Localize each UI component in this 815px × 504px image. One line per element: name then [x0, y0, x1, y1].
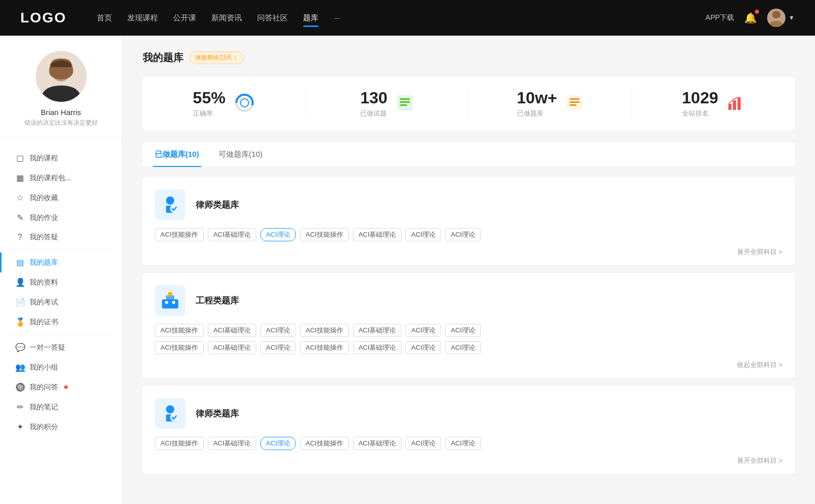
tabs-row: 已做题库(10) 可做题库(10)	[143, 143, 795, 167]
app-download-btn[interactable]: APP下载	[705, 13, 734, 22]
nav-discover[interactable]: 发现课程	[127, 11, 158, 25]
tag-2-0[interactable]: ACI技能操作	[155, 437, 204, 450]
qbank-card-1: 工程类题库 ACI技能操作 ACI基础理论 ACI理论 ACI技能操作 ACI基…	[143, 273, 795, 378]
tag-1-2[interactable]: ACI理论	[260, 324, 296, 337]
nav-home[interactable]: 首页	[97, 11, 112, 25]
nav-more[interactable]: ···	[334, 11, 340, 25]
svg-rect-11	[400, 101, 410, 103]
tag-1-3[interactable]: ACI技能操作	[300, 324, 349, 337]
tag-0-6[interactable]: ACI理论	[445, 228, 481, 241]
svg-rect-15	[569, 101, 580, 103]
sidebar-item-exam[interactable]: 📄 我的考试	[0, 292, 122, 312]
tag-0-2[interactable]: ACI理论	[260, 228, 296, 241]
divider-2	[10, 334, 112, 335]
sidebar-item-certificate[interactable]: 🏅 我的证书	[0, 312, 122, 332]
svg-rect-19	[738, 97, 741, 110]
notification-bell[interactable]: 🔔	[744, 12, 757, 24]
profile-icon: 👤	[15, 277, 24, 287]
accuracy-label: 正确率	[193, 109, 226, 118]
divider-1	[10, 249, 112, 250]
qbank-icon: ▤	[15, 258, 24, 267]
expand-link-1[interactable]: 收起全部科目 >	[155, 358, 782, 370]
tag-2-3[interactable]: ACI技能操作	[300, 437, 349, 450]
tag-2-5[interactable]: ACI理论	[405, 437, 441, 450]
chat-icon: 💬	[15, 343, 24, 352]
qbank-title-2: 律师类题库	[196, 408, 239, 419]
profile-avatar	[36, 51, 87, 102]
notification-badge	[755, 10, 759, 14]
nav-open-course[interactable]: 公开课	[173, 11, 196, 25]
sidebar-item-qbank[interactable]: ▤ 我的题库	[0, 253, 122, 272]
tags-row-1a: ACI技能操作 ACI基础理论 ACI理论 ACI技能操作 ACI基础理论 AC…	[155, 324, 782, 337]
tag-1-0[interactable]: ACI技能操作	[155, 324, 204, 337]
svg-rect-16	[569, 104, 577, 106]
user-avatar-area[interactable]: ▼	[767, 9, 795, 27]
sidebar-item-qa[interactable]: ? 我的答疑	[0, 228, 122, 247]
sidebar-item-course-package[interactable]: ▦ 我的课程包...	[0, 168, 122, 188]
qbank-title-0: 律师类题库	[196, 199, 239, 211]
tag-0-5[interactable]: ACI理论	[405, 228, 441, 241]
sidebar-item-notes[interactable]: ✏ 我的笔记	[0, 397, 122, 417]
qa-red-dot	[64, 385, 68, 389]
tag-1-1[interactable]: ACI基础理论	[208, 324, 257, 337]
sidebar-item-profile[interactable]: 👤 我的资料	[0, 272, 122, 292]
tag-0-0[interactable]: ACI技能操作	[155, 228, 204, 241]
sidebar-item-points[interactable]: ✦ 我的积分	[0, 417, 122, 437]
stat-done-banks: 10w+ 已做题库	[469, 89, 632, 118]
my-qa-icon: 🔘	[15, 382, 24, 392]
header: LOGO 首页 发现课程 公开课 新闻资讯 问答社区 题库 ··· APP下载 …	[0, 0, 815, 36]
svg-rect-12	[400, 104, 407, 106]
tag-1-6[interactable]: ACI理论	[445, 324, 481, 337]
svg-point-20	[166, 197, 174, 205]
sidebar: Brian Harris 错误的决定比没有决定要好 ▢ 我的课程 ▦ 我的课程包…	[0, 36, 122, 504]
svg-rect-18	[733, 100, 736, 110]
tag-1-4[interactable]: ACI基础理论	[353, 324, 402, 337]
sidebar-item-one-on-one[interactable]: 💬 一对一答疑	[0, 338, 122, 357]
done-q-value: 130	[360, 89, 387, 107]
svg-rect-14	[569, 98, 580, 100]
svg-point-8	[240, 99, 249, 107]
qbank-card-2: 律师类题库 ACI技能操作 ACI基础理论 ACI理论 ACI技能操作 ACI基…	[143, 386, 795, 473]
notes-icon: ✏	[15, 402, 24, 412]
qbank-icon-lawyer-0	[155, 189, 185, 220]
profile-section: Brian Harris 错误的决定比没有决定要好	[0, 51, 122, 138]
tag-1-5[interactable]: ACI理论	[405, 324, 441, 337]
tag-1-13[interactable]: ACI理论	[445, 341, 481, 354]
nav-news[interactable]: 新闻资讯	[211, 11, 242, 25]
sidebar-item-group[interactable]: 👥 我的小组	[0, 357, 122, 377]
tab-done-banks[interactable]: 已做题库(10)	[153, 143, 201, 166]
tag-0-4[interactable]: ACI基础理论	[353, 228, 402, 241]
tag-1-11[interactable]: ACI基础理论	[353, 341, 402, 354]
expand-link-0[interactable]: 展开全部科目 >	[155, 245, 782, 257]
tag-2-2[interactable]: ACI理论	[260, 437, 296, 450]
tag-1-7[interactable]: ACI技能操作	[155, 341, 204, 354]
nav-qbank[interactable]: 题库	[303, 11, 318, 25]
sidebar-item-my-course[interactable]: ▢ 我的课程	[0, 148, 122, 168]
layout: Brian Harris 错误的决定比没有决定要好 ▢ 我的课程 ▦ 我的课程包…	[0, 36, 815, 504]
expand-link-2[interactable]: 展开全部科目 >	[155, 454, 782, 465]
tag-2-6[interactable]: ACI理论	[445, 437, 481, 450]
tags-row-0: ACI技能操作 ACI基础理论 ACI理论 ACI技能操作 ACI基础理论 AC…	[155, 228, 782, 241]
tag-1-8[interactable]: ACI基础理论	[208, 341, 257, 354]
tag-1-10[interactable]: ACI技能操作	[300, 341, 349, 354]
bar-chart-icon	[726, 94, 745, 114]
tag-2-4[interactable]: ACI基础理论	[353, 437, 402, 450]
tag-0-3[interactable]: ACI技能操作	[300, 228, 349, 241]
tab-available-banks[interactable]: 可做题库(10)	[216, 143, 265, 166]
sidebar-menu: ▢ 我的课程 ▦ 我的课程包... ☆ 我的收藏 ✎ 我的作业 ? 我的答疑 ▤	[0, 143, 122, 442]
accuracy-value: 55%	[193, 89, 226, 107]
main-nav: 首页 发现课程 公开课 新闻资讯 问答社区 题库 ···	[97, 11, 705, 25]
tag-1-9[interactable]: ACI理论	[260, 341, 296, 354]
tags-row-1b: ACI技能操作 ACI基础理论 ACI理论 ACI技能操作 ACI基础理论 AC…	[155, 341, 782, 354]
page-title: 我的题库	[143, 51, 183, 65]
tag-2-1[interactable]: ACI基础理论	[208, 437, 257, 450]
sidebar-item-collection[interactable]: ☆ 我的收藏	[0, 188, 122, 208]
sidebar-item-homework[interactable]: ✎ 我的作业	[0, 208, 122, 228]
tag-0-1[interactable]: ACI基础理论	[208, 228, 257, 241]
sidebar-item-my-qa[interactable]: 🔘 我的问答	[0, 377, 122, 397]
stats-card: 55% 正确率 130 已做试题	[143, 77, 795, 130]
tag-1-12[interactable]: ACI理论	[405, 341, 441, 354]
nav-qa[interactable]: 问答社区	[257, 11, 288, 25]
accuracy-icon	[234, 92, 255, 115]
list-blue-icon	[396, 94, 414, 114]
